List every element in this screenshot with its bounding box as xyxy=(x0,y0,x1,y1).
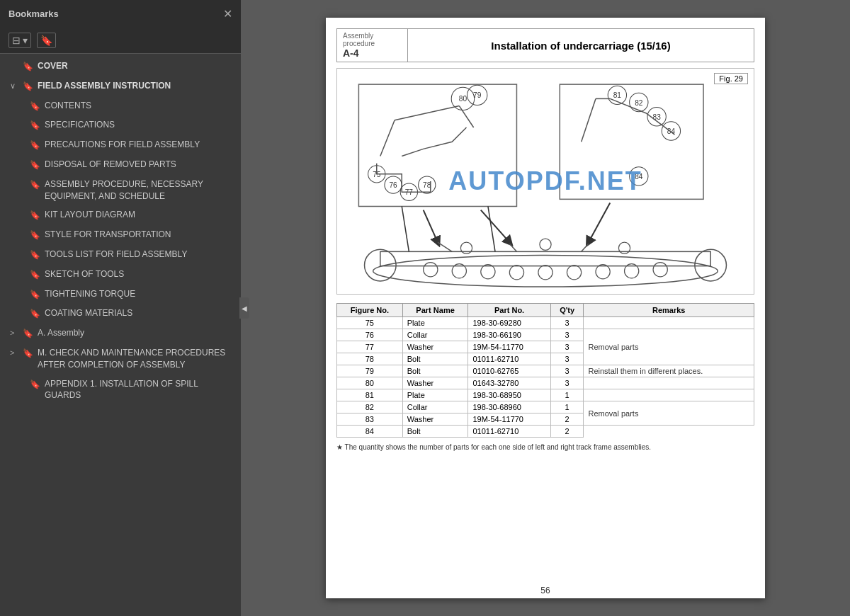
cell-name: Washer xyxy=(402,377,468,389)
svg-line-33 xyxy=(589,203,610,242)
sidebar-item-contents[interactable]: 🔖 CONTENTS xyxy=(0,96,241,116)
cell-part: 198-30-69280 xyxy=(468,317,550,329)
cell-remark: Removal parts xyxy=(584,401,754,426)
arrow-placeholder xyxy=(17,210,26,220)
cell-fig: 77 xyxy=(337,341,403,353)
sidebar-item-tightening[interactable]: 🔖 TIGHTENING TORQUE xyxy=(0,285,241,304)
collapse-panel-button[interactable]: ◀ xyxy=(239,297,249,319)
cell-fig: 80 xyxy=(337,377,403,389)
arrow-placeholder xyxy=(17,101,26,111)
section-label: Assembly procedure xyxy=(343,32,402,47)
bookmark-icon-assembly: 🔖 xyxy=(23,328,33,340)
sidebar-item-cover[interactable]: 🔖 COVER xyxy=(0,57,241,76)
cell-qty: 3 xyxy=(550,329,584,341)
cell-qty: 2 xyxy=(550,426,584,438)
bookmark-icon-disposal: 🔖 xyxy=(30,159,40,171)
bookmark-list: 🔖 COVER ∨ 🔖 FIELD ASSEMBLY INSTRUCTION 🔖… xyxy=(0,54,241,616)
cell-fig: 79 xyxy=(337,365,403,377)
bookmark-icon-kit: 🔖 xyxy=(30,210,40,222)
bookmark-icon-sketch: 🔖 xyxy=(30,269,40,281)
arrow-placeholder xyxy=(17,229,26,240)
sidebar-item-label-cover: COVER xyxy=(38,60,234,72)
sidebar-item-a-assembly[interactable]: > 🔖 A. Assembly xyxy=(0,324,241,343)
svg-point-37 xyxy=(424,263,438,277)
sidebar-item-kit-layout[interactable]: 🔖 KIT LAYOUT DIAGRAM xyxy=(0,205,241,225)
bookmark-icon-contents: 🔖 xyxy=(30,101,40,113)
cell-qty: 1 xyxy=(550,401,584,413)
table-row: 84Bolt01011-627102 xyxy=(337,426,754,438)
bookmark-icon-tightening: 🔖 xyxy=(30,289,40,301)
close-icon[interactable]: ✕ xyxy=(223,7,232,21)
bookmark-icon-cover: 🔖 xyxy=(23,61,33,73)
cell-part: 01011-62710 xyxy=(468,426,550,438)
svg-point-40 xyxy=(509,266,523,280)
table-row: 79Bolt01010-627653Reinstall them in diff… xyxy=(337,365,754,377)
sidebar-item-disposal[interactable]: 🔖 DISPOSAL OF REMOVED PARTS xyxy=(0,155,241,175)
cell-name: Plate xyxy=(402,389,468,401)
arrow-placeholder xyxy=(17,139,26,150)
bookmark-icon-precautions: 🔖 xyxy=(30,139,40,152)
col-header-qty: Q'ty xyxy=(550,304,584,317)
bookmark-add-button[interactable]: 🔖 xyxy=(37,33,56,48)
sidebar-item-sketch[interactable]: 🔖 SKETCH OF TOOLS xyxy=(0,265,241,285)
sidebar-item-specifications[interactable]: 🔖 SPECIFICATIONS xyxy=(0,115,241,135)
cell-name: Collar xyxy=(402,329,468,341)
sidebar-item-coating[interactable]: 🔖 COATING MATERIALS xyxy=(0,304,241,324)
col-header-part: Part No. xyxy=(468,304,550,317)
cell-name: Bolt xyxy=(402,353,468,365)
doc-header: Assembly procedure A-4 Installation of u… xyxy=(336,28,754,62)
footnote: ★ The quantity shows the number of parts… xyxy=(336,443,754,451)
arrow-placeholder xyxy=(17,249,26,260)
cell-part: 198-30-68950 xyxy=(468,389,550,401)
main-content: Assembly procedure A-4 Installation of u… xyxy=(241,0,850,616)
cell-name: Washer xyxy=(402,413,468,426)
svg-point-34 xyxy=(373,255,718,287)
sidebar-item-label-style: STYLE FOR TRANSPORTATION xyxy=(45,229,234,241)
sidebar-item-style-transport[interactable]: 🔖 STYLE FOR TRANSPORTATION xyxy=(0,225,241,245)
sidebar-item-label-disposal: DISPOSAL OF REMOVED PARTS xyxy=(45,159,234,171)
cell-fig: 76 xyxy=(337,329,403,341)
list-icon: ⊟ xyxy=(12,35,21,46)
sidebar-item-label-field: FIELD ASSEMBLY INSTRUCTION xyxy=(38,80,234,92)
doc-title: Installation of undercarriage (15/16) xyxy=(408,29,754,62)
sidebar-item-appendix[interactable]: 🔖 APPENDIX 1. INSTALLATION OF SPILL GUAR… xyxy=(0,375,241,406)
sidebar-item-precautions[interactable]: 🔖 PRECAUTIONS FOR FIELD ASSEMBLY xyxy=(0,135,241,155)
cell-name: Bolt xyxy=(402,426,468,438)
table-row: 75Plate198-30-692803 xyxy=(337,317,754,329)
cell-fig: 82 xyxy=(337,401,403,413)
bookmark-icon-appendix: 🔖 xyxy=(30,379,40,391)
sidebar-item-m-check[interactable]: > 🔖 M. CHECK AND MAINTENANCE PROCEDURES … xyxy=(0,343,241,375)
cell-part: 01643-32780 xyxy=(468,377,550,389)
svg-text:78: 78 xyxy=(423,181,431,189)
diagram-area: Fig. 29 AUTOPDF.NET 80 79 75 76 xyxy=(336,68,754,295)
svg-line-52 xyxy=(582,244,589,251)
sidebar-item-tools-list[interactable]: 🔖 TOOLS LIST FOR FIELD ASSEMBLY xyxy=(0,245,241,265)
bookmark-icon: 🔖 xyxy=(40,35,52,46)
table-row: 82Collar198-30-689601Removal parts xyxy=(337,401,754,413)
svg-line-31 xyxy=(424,210,438,243)
sidebar-item-assembly-proc[interactable]: 🔖 ASSEMBLY PROCEDURE, NECESSARY EQUIPMEN… xyxy=(0,175,241,206)
arrow-placeholder xyxy=(17,289,26,300)
cell-part: 19M-54-11770 xyxy=(468,341,550,353)
svg-point-42 xyxy=(567,266,581,280)
cell-qty: 3 xyxy=(550,317,584,329)
svg-line-32 xyxy=(481,210,510,243)
cell-part: 198-30-68960 xyxy=(468,401,550,413)
expand-arrow-field: ∨ xyxy=(10,81,18,91)
bookmark-icon-style: 🔖 xyxy=(30,229,40,241)
arrow-placeholder xyxy=(17,269,26,280)
cell-name: Bolt xyxy=(402,365,468,377)
section-value: A-4 xyxy=(343,47,402,59)
cell-part: 01011-62710 xyxy=(468,353,550,365)
page-number: 56 xyxy=(326,583,765,598)
parts-tbody: 75Plate198-30-69280376Collar198-30-66190… xyxy=(337,317,754,438)
svg-text:83: 83 xyxy=(653,113,662,121)
view-options-button[interactable]: ⊟ ▾ xyxy=(8,33,31,48)
sidebar-toolbar: ⊟ ▾ 🔖 xyxy=(0,27,241,54)
cell-qty: 3 xyxy=(550,353,584,365)
sidebar: Bookmarks ✕ ⊟ ▾ 🔖 🔖 COVER ∨ 🔖 FIELD ASSE… xyxy=(0,0,241,616)
sidebar-item-field-assembly[interactable]: ∨ 🔖 FIELD ASSEMBLY INSTRUCTION xyxy=(0,76,241,96)
arrow-placeholder xyxy=(17,159,26,170)
cell-fig: 84 xyxy=(337,426,403,438)
expand-arrow-assembly: > xyxy=(10,328,18,338)
